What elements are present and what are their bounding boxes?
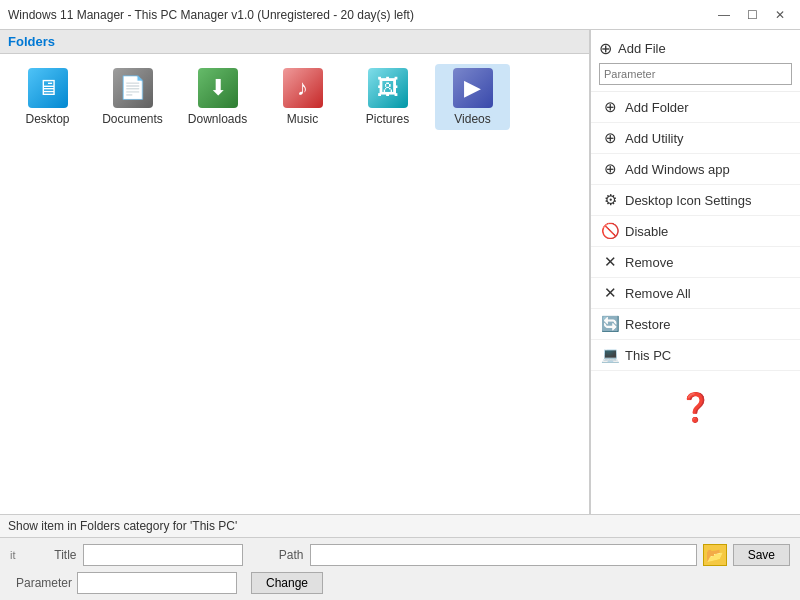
remove-icon: ✕	[601, 253, 619, 271]
music-label: Music	[287, 112, 318, 126]
desktop-label: Desktop	[25, 112, 69, 126]
add-folder-icon: ⊕	[601, 98, 619, 116]
folder-item-documents[interactable]: 📄Documents	[95, 64, 170, 130]
parameter-input[interactable]	[599, 63, 792, 85]
window-controls: — ☐ ✕	[712, 5, 792, 25]
path-label: Path	[249, 548, 304, 562]
action-this-pc[interactable]: 💻This PC	[591, 340, 800, 371]
folders-area: 🖥Desktop📄Documents⬇Downloads♪Music🖼Pictu…	[0, 54, 589, 514]
folder-item-pictures[interactable]: 🖼Pictures	[350, 64, 425, 130]
title-input[interactable]	[83, 544, 243, 566]
parameter-field[interactable]	[77, 572, 237, 594]
videos-label: Videos	[454, 112, 490, 126]
edit-bar-row2: Parameter Change	[10, 572, 790, 594]
action-list: ⊕Add Folder⊕Add Utility⊕Add Windows app⚙…	[591, 92, 800, 371]
add-windows-app-label: Add Windows app	[625, 162, 730, 177]
status-bar: Show item in Folders category for 'This …	[0, 514, 800, 537]
action-add-windows-app[interactable]: ⊕Add Windows app	[591, 154, 800, 185]
action-desktop-icon-settings[interactable]: ⚙Desktop Icon Settings	[591, 185, 800, 216]
this-pc-label: This PC	[625, 348, 671, 363]
add-folder-label: Add Folder	[625, 100, 689, 115]
browse-icon: 📂	[706, 547, 723, 563]
browse-button[interactable]: 📂	[703, 544, 727, 566]
change-button[interactable]: Change	[251, 572, 323, 594]
desktop-icon-settings-label: Desktop Icon Settings	[625, 193, 751, 208]
desktop-icon: 🖥	[28, 68, 68, 108]
documents-icon: 📄	[113, 68, 153, 108]
action-remove[interactable]: ✕Remove	[591, 247, 800, 278]
action-disable[interactable]: 🚫Disable	[591, 216, 800, 247]
right-panel: ⊕ Add File ⊕Add Folder⊕Add Utility⊕Add W…	[590, 30, 800, 514]
add-utility-label: Add Utility	[625, 131, 684, 146]
folder-item-videos[interactable]: ▶Videos	[435, 64, 510, 130]
add-file-button[interactable]: ⊕ Add File	[599, 36, 792, 61]
remove-all-icon: ✕	[601, 284, 619, 302]
parameter-label: Parameter	[16, 576, 71, 590]
disable-icon: 🚫	[601, 222, 619, 240]
folder-item-downloads[interactable]: ⬇Downloads	[180, 64, 255, 130]
add-utility-icon: ⊕	[601, 129, 619, 147]
pictures-icon: 🖼	[368, 68, 408, 108]
action-add-utility[interactable]: ⊕Add Utility	[591, 123, 800, 154]
music-icon: ♪	[283, 68, 323, 108]
restore-label: Restore	[625, 317, 671, 332]
help-area: ❓	[591, 371, 800, 444]
restore-icon: 🔄	[601, 315, 619, 333]
edit-section-label: it	[10, 547, 16, 563]
panel-header: Folders	[0, 30, 589, 54]
help-icon: ❓	[678, 391, 713, 424]
app-title: Windows 11 Manager - This PC Manager v1.…	[8, 8, 414, 22]
left-panel: Folders 🖥Desktop📄Documents⬇Downloads♪Mus…	[0, 30, 590, 514]
remove-label: Remove	[625, 255, 673, 270]
maximize-button[interactable]: ☐	[740, 5, 764, 25]
main-content: Folders 🖥Desktop📄Documents⬇Downloads♪Mus…	[0, 30, 800, 514]
pictures-label: Pictures	[366, 112, 409, 126]
desktop-icon-settings-icon: ⚙	[601, 191, 619, 209]
add-windows-app-icon: ⊕	[601, 160, 619, 178]
title-bar: Windows 11 Manager - This PC Manager v1.…	[0, 0, 800, 30]
status-text: Show item in Folders category for 'This …	[8, 519, 237, 533]
downloads-icon: ⬇	[198, 68, 238, 108]
path-input[interactable]	[310, 544, 697, 566]
videos-icon: ▶	[453, 68, 493, 108]
title-label: Title	[22, 548, 77, 562]
disable-label: Disable	[625, 224, 668, 239]
action-restore[interactable]: 🔄Restore	[591, 309, 800, 340]
this-pc-icon: 💻	[601, 346, 619, 364]
save-button[interactable]: Save	[733, 544, 790, 566]
edit-bar-row1: it Title Path 📂 Save	[10, 544, 790, 566]
folder-item-desktop[interactable]: 🖥Desktop	[10, 64, 85, 130]
remove-all-label: Remove All	[625, 286, 691, 301]
downloads-label: Downloads	[188, 112, 247, 126]
documents-label: Documents	[102, 112, 163, 126]
add-file-section: ⊕ Add File	[591, 30, 800, 92]
edit-bar: it Title Path 📂 Save Parameter Change	[0, 537, 800, 600]
close-button[interactable]: ✕	[768, 5, 792, 25]
action-remove-all[interactable]: ✕Remove All	[591, 278, 800, 309]
folder-item-music[interactable]: ♪Music	[265, 64, 340, 130]
add-file-label: Add File	[618, 41, 666, 56]
action-add-folder[interactable]: ⊕Add Folder	[591, 92, 800, 123]
minimize-button[interactable]: —	[712, 5, 736, 25]
add-file-icon: ⊕	[599, 39, 612, 58]
